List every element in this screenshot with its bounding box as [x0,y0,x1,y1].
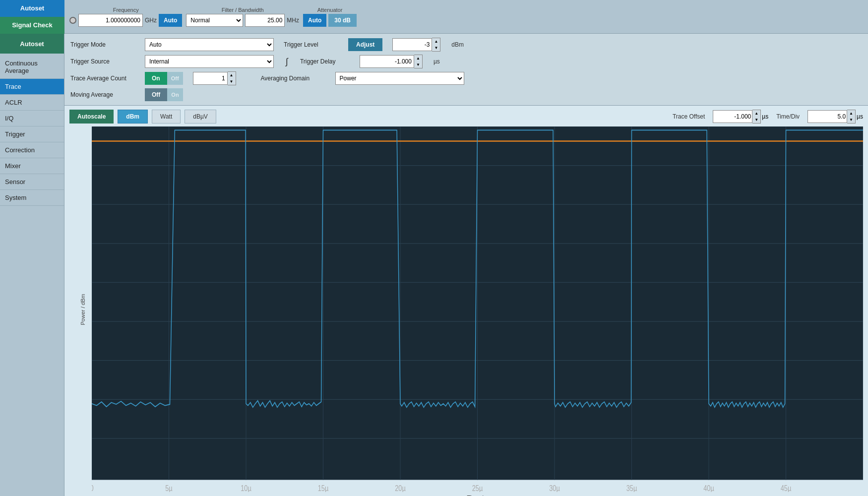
svg-text:30µ: 30µ [549,484,560,492]
sidebar-item-sensor[interactable]: Sensor [0,174,64,190]
controls-row-2: Trigger Source Internal External Power ∫… [70,55,862,68]
trigger-delay-spinbox: ▲ ▼ [360,55,423,68]
trigger-level-label: Trigger Level [284,41,338,48]
trigger-source-select[interactable]: Internal External Power [145,55,274,68]
trace-avg-off-button[interactable]: Off [167,72,183,85]
trace-offset-spinbox-btns: ▲ ▼ [752,110,761,124]
trace-offset-up[interactable]: ▲ [752,110,760,117]
trigger-delay-unit: µs [434,58,440,65]
att-auto-button[interactable]: Auto [303,14,326,27]
trace-avg-count-label: Trace Average Count [70,75,135,82]
chart-container: Autoscale dBm Watt dBµV Trace Offset ▲ ▼… [64,106,868,496]
frequency-group: Frequency GHz Auto [69,7,182,27]
controls-row-3: Trace Average Count On Off ▲ ▼ Averaging… [70,71,862,85]
trigger-delay-up[interactable]: ▲ [414,55,422,62]
freq-auto-button[interactable]: Auto [159,14,182,27]
trigger-delay-down[interactable]: ▼ [414,62,422,68]
trigger-delay-input[interactable] [360,55,414,68]
time-div-up[interactable]: ▲ [847,110,855,117]
trigger-level-input[interactable] [392,38,432,51]
time-div-spinbox: ▲ ▼ µs [807,110,863,124]
unit-dbm-button[interactable]: dBm [118,110,148,124]
trigger-source-label: Trigger Source [70,58,135,65]
sidebar-item-correction[interactable]: Correction [0,142,64,158]
sidebar-item-iq[interactable]: I/Q [0,111,64,126]
svg-text:5µ: 5µ [165,484,172,492]
attenuator-label: Attenuator [317,7,343,13]
y-axis-label: Power / dBm [80,294,86,325]
trace-avg-count-spinbox-btns: ▲ ▼ [228,71,236,85]
freq-radio[interactable] [69,17,76,24]
chart-info: Trace Offset ▲ ▼ µs Time/Div ▲ [673,110,863,124]
svg-text:15µ: 15µ [318,484,329,492]
trace-avg-count-spinbox: ▲ ▼ [193,71,236,85]
trace-avg-count-up[interactable]: ▲ [228,72,236,78]
autoscale-button[interactable]: Autoscale [69,110,114,124]
top-bar: Autoset Signal Check Frequency GHz Auto … [0,0,868,34]
svg-text:0: 0 [92,484,94,492]
controls-row-1: Trigger Mode Auto Normal Single Free Run… [70,38,862,52]
frequency-inner: GHz Auto [69,14,182,27]
moving-average-label: Moving Average [70,91,135,98]
svg-text:10µ: 10µ [241,484,251,492]
unit-dbuv-button[interactable]: dBµV [185,110,216,124]
trigger-level-down[interactable]: ▼ [432,45,440,51]
sidebar-autoset-button[interactable]: Autoset [0,34,64,54]
moving-avg-on-button[interactable]: On [167,88,183,101]
trigger-delay-spinbox-btns: ▲ ▼ [414,55,423,68]
trace-offset-label: Trace Offset [673,113,705,120]
att-value-button[interactable]: 30 dB [328,14,357,27]
bw-unit: MHz [287,17,299,24]
moving-avg-toggle: Off On [145,88,183,101]
unit-watt-button[interactable]: Watt [152,110,181,124]
sidebar-item-trigger[interactable]: Trigger [0,126,64,142]
sidebar-item-mixer[interactable]: Mixer [0,158,64,174]
attenuator-group: Attenuator Auto 30 dB [303,7,357,27]
trigger-symbol: ∫ [286,57,288,67]
time-div-input[interactable] [807,110,847,123]
freq-input[interactable] [78,14,143,27]
left-buttons: Autoset Signal Check [0,0,64,34]
filter-group: Filter / Bandwidth Normal Low Noise High… [186,7,299,27]
sidebar-item-system[interactable]: System [0,190,64,206]
trigger-level-unit: dBm [451,41,464,48]
trigger-level-up[interactable]: ▲ [432,38,440,45]
bw-input[interactable] [245,14,285,27]
trace-offset-input[interactable] [713,110,752,123]
svg-text:25µ: 25µ [472,484,483,492]
chart-svg-container: Power / dBm [64,126,868,492]
trace-avg-on-button[interactable]: On [145,72,167,85]
trace-offset-spinbox: ▲ ▼ µs [713,110,768,124]
trace-avg-count-down[interactable]: ▼ [228,78,236,85]
trace-avg-count-input[interactable] [193,72,228,85]
filter-label: Filter / Bandwidth [222,7,264,13]
svg-text:20µ: 20µ [395,484,406,492]
averaging-domain-select[interactable]: Power Log Voltage [335,72,464,85]
time-div-down[interactable]: ▼ [847,117,855,123]
chart-svg: 0 –8 –16 –24 –32 –40 –48 –56 –64 0 5µ 10… [92,126,863,492]
trigger-level-spinbox-btns: ▲ ▼ [432,38,440,52]
trigger-mode-select[interactable]: Auto Normal Single Free Run [145,38,274,51]
time-div-spinbox-btns: ▲ ▼ [847,110,856,124]
trace-offset-down[interactable]: ▼ [752,117,760,123]
time-div-label: Time/Div [776,113,800,120]
adjust-button[interactable]: Adjust [348,38,382,51]
frequency-label: Frequency [113,7,139,13]
trigger-delay-label: Trigger Delay [300,58,350,65]
time-div-unit: µs [857,113,863,120]
signal-check-button[interactable]: Signal Check [0,17,64,34]
controls-panel: Trigger Mode Auto Normal Single Free Run… [64,34,868,106]
content-area: Trigger Mode Auto Normal Single Free Run… [64,34,868,496]
sidebar-item-trace[interactable]: Trace [0,79,64,95]
svg-text:45µ: 45µ [781,484,792,492]
attenuator-inner: Auto 30 dB [303,14,357,27]
filter-inner: Normal Low Noise High Resolution MHz [186,14,299,27]
freq-unit: GHz [145,17,157,24]
autoset-button[interactable]: Autoset [0,0,64,17]
svg-text:40µ: 40µ [703,484,714,492]
filter-select[interactable]: Normal Low Noise High Resolution [186,14,243,27]
sidebar-item-continuous-average[interactable]: Continuous Average [0,56,64,79]
controls-row-4: Moving Average Off On [70,88,862,101]
moving-avg-off-button[interactable]: Off [145,88,167,101]
sidebar-item-aclr[interactable]: ACLR [0,95,64,111]
